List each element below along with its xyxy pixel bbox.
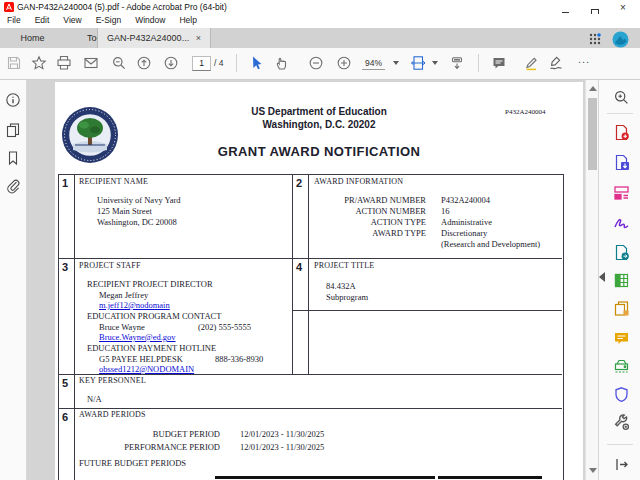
box6-header: AWARD PERIODS (79, 410, 146, 419)
panel-expand-arrow[interactable] (599, 272, 605, 282)
comment-button[interactable] (491, 55, 507, 71)
box4-number: 4 (296, 261, 302, 273)
email-button[interactable] (83, 55, 99, 71)
highlight-button[interactable] (523, 55, 539, 71)
export-excel-button[interactable] (613, 272, 630, 289)
zoom-dropdown-caret-icon[interactable] (393, 61, 399, 65)
sign-button[interactable] (548, 55, 564, 71)
zoom-in-button[interactable] (336, 55, 352, 71)
staff-section-title: EDUCATION PROGRAM CONTACT (87, 311, 221, 321)
box1-number: 1 (62, 177, 68, 189)
close-button[interactable]: × (613, 3, 633, 13)
scroll-mode-button[interactable] (449, 55, 465, 71)
tab-document-label: GAN-P432A24000... (107, 33, 189, 43)
menu-item-esign[interactable]: E-Sign (89, 14, 129, 26)
collapse-panel-button[interactable] (613, 456, 630, 473)
document-viewport[interactable]: US Department of Education Washington, D… (27, 80, 585, 480)
staff-email-link[interactable]: obssed1212@NODOMAIN (99, 364, 194, 374)
save-button[interactable] (6, 55, 22, 71)
staff-name: G5 PAYEE HELPDESK (99, 354, 183, 364)
recipient-city: Washington, DC 20008 (97, 217, 177, 227)
print-button[interactable] (56, 55, 72, 71)
combine-files-button[interactable] (613, 300, 630, 317)
vertical-scrollbar[interactable] (585, 80, 599, 480)
fill-sign-button[interactable] (613, 214, 630, 231)
award-info-label: PR/AWARD NUMBER (314, 195, 426, 205)
award-info-label: ACTION NUMBER (314, 206, 426, 216)
project-title-subprogram: Subprogram (326, 292, 368, 302)
create-pdf-button[interactable] (613, 124, 630, 141)
main-toolbar: 1 / 4 94% ... (0, 48, 640, 80)
select-tool-button[interactable] (248, 55, 264, 71)
staff-email-link[interactable]: m.jeff12@nodomain (99, 300, 170, 310)
menu-bar: File Edit View E-Sign Window Help (0, 14, 640, 29)
grid-line (58, 258, 562, 259)
export-pdf-button[interactable] (613, 154, 630, 171)
tab-home[interactable]: Home (5, 28, 60, 48)
panel-divider (607, 113, 633, 114)
box5-number: 5 (62, 377, 68, 389)
menu-item-edit[interactable]: Edit (28, 14, 57, 26)
project-title-cfda: 84.432A (326, 281, 356, 291)
award-info-label: AWARD TYPE (314, 228, 426, 238)
fit-width-button[interactable] (410, 55, 426, 71)
pdf-page: US Department of Education Washington, D… (55, 82, 583, 480)
page-count-label: / 4 (214, 58, 223, 68)
staff-email-link[interactable]: Bruce.Wayne@ed.gov (99, 332, 176, 342)
box5-header: KEY PERSONNEL (79, 376, 146, 385)
award-info-value: 16 (441, 206, 450, 216)
fit-dropdown-caret-icon[interactable] (432, 61, 438, 65)
box2-number: 2 (296, 177, 302, 189)
award-info-value: P432A240004 (441, 195, 490, 205)
future-budget-periods-header: FUTURE BUDGET PERIODS (79, 458, 186, 468)
menu-item-help[interactable]: Help (172, 14, 203, 26)
award-period-label: BUDGET PERIOD (95, 429, 220, 439)
restore-button[interactable] (585, 3, 605, 13)
star-button[interactable] (31, 55, 47, 71)
page-thumbnails-button[interactable] (5, 122, 21, 138)
search-icon[interactable] (111, 55, 127, 71)
next-page-button[interactable] (163, 55, 179, 71)
staff-section-title: EDUCATION PAYMENT HOTLINE (87, 343, 216, 353)
minimize-button[interactable] (555, 3, 575, 13)
previous-page-button[interactable] (136, 55, 152, 71)
document-info-button[interactable] (5, 92, 21, 108)
scrollbar-thumb[interactable] (588, 98, 597, 170)
request-signatures-button[interactable] (613, 244, 630, 261)
scroll-up-button[interactable] (589, 86, 597, 91)
menu-item-file[interactable]: File (0, 14, 28, 26)
grid-line (292, 174, 293, 374)
scan-ocr-button[interactable] (613, 358, 630, 375)
zoom-level-value[interactable]: 94% (362, 58, 385, 70)
doc-award-number: P432A240004 (505, 108, 545, 116)
table-heavy-rule (438, 476, 542, 479)
tab-document[interactable]: GAN-P432A24000... × (97, 28, 211, 48)
recipient-name: University of Navy Yard (97, 195, 181, 205)
apps-grid-icon[interactable] (589, 33, 601, 45)
protect-button[interactable] (613, 386, 630, 403)
page-number-input[interactable]: 1 (192, 56, 211, 71)
tab-close-icon[interactable]: × (196, 33, 201, 43)
more-tools-button[interactable]: ... (578, 53, 590, 65)
attachments-button[interactable] (5, 178, 21, 194)
doc-org-name: US Department of Education (55, 106, 583, 117)
staff-name: Bruce Wayne (99, 322, 145, 332)
window-title: GAN-P432A240004 (5).pdf - Adobe Acrobat … (17, 2, 227, 12)
grid-line (58, 408, 562, 409)
acrobat-logo-icon (4, 2, 14, 12)
hand-tool-button[interactable] (275, 55, 291, 71)
more-tools-panel-button[interactable] (613, 414, 630, 431)
table-heavy-rule (215, 476, 435, 479)
comment-tool-button[interactable] (613, 330, 630, 347)
user-avatar[interactable] (612, 31, 629, 48)
scroll-down-button[interactable] (589, 468, 597, 473)
staff-phone: 888-336-8930 (215, 354, 263, 364)
menu-item-view[interactable]: View (56, 14, 88, 26)
edit-pdf-button[interactable] (613, 184, 630, 201)
recipient-street: 125 Main Street (97, 206, 152, 216)
zoom-out-button[interactable] (308, 55, 324, 71)
menu-item-window[interactable]: Window (128, 14, 172, 26)
search-tools-button[interactable] (613, 89, 630, 106)
doc-org-address: Washington, D.C. 20202 (55, 119, 583, 130)
bookmarks-button[interactable] (5, 150, 21, 166)
